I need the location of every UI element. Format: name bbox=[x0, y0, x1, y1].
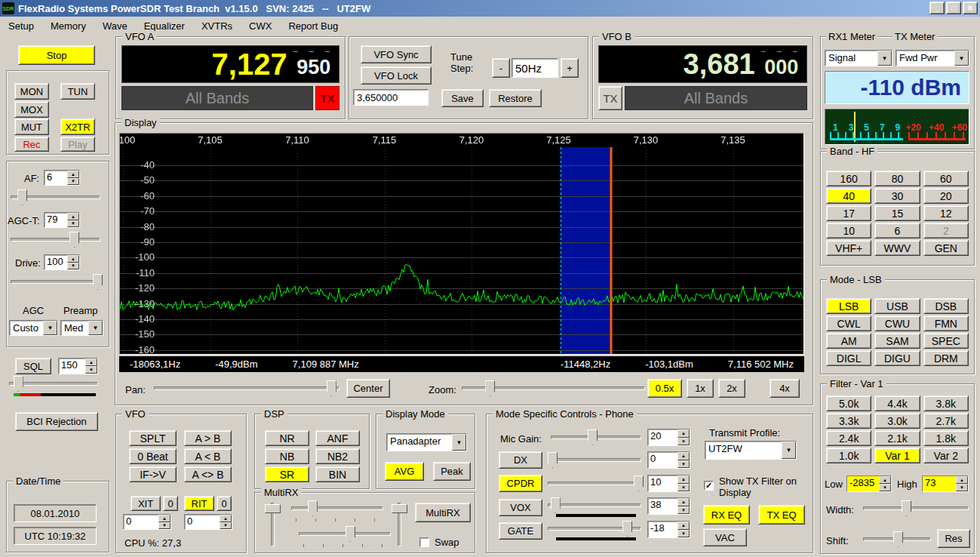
preamp-dropdown[interactable]: Med▼ bbox=[60, 320, 103, 336]
start-stop-button[interactable]: Stop bbox=[18, 45, 95, 65]
vfo-buttons-button-0-beat[interactable]: 0 Beat bbox=[129, 448, 177, 464]
mode-button-digl[interactable]: DIGL bbox=[826, 350, 871, 366]
zoom-4x-button[interactable]: 4x bbox=[770, 379, 800, 398]
cpdr-spinner-value[interactable]: 10 bbox=[648, 475, 677, 491]
band-button-30[interactable]: 30 bbox=[874, 188, 920, 204]
band-button-2[interactable]: 2 bbox=[923, 223, 969, 238]
mode-button-usb[interactable]: USB bbox=[874, 298, 920, 314]
vfo-lock-button[interactable]: VFO Lock bbox=[361, 66, 432, 85]
zoom-1x-button[interactable]: 1x bbox=[687, 379, 714, 398]
agc-dropdown[interactable]: Custo▼ bbox=[9, 320, 58, 336]
filter-low-spinner-up-icon[interactable]: ▲ bbox=[879, 476, 891, 484]
mode-button-cwl[interactable]: CWL bbox=[826, 315, 871, 331]
multirx-button[interactable]: MultiRX bbox=[415, 503, 471, 522]
mode-button-fmn[interactable]: FMN bbox=[923, 315, 969, 331]
display-mode-dropdown[interactable]: Panadapter▼ bbox=[386, 433, 467, 451]
rit-value-spinner-value[interactable]: 0 bbox=[185, 515, 220, 529]
xit-value-spinner-up-icon[interactable]: ▲ bbox=[158, 515, 171, 522]
transmit-profile-dropdown-arrow-icon[interactable]: ▼ bbox=[782, 442, 796, 459]
tun-button[interactable]: TUN bbox=[60, 83, 95, 100]
agct-spinner-down-icon[interactable]: ▼ bbox=[67, 220, 79, 228]
bci-rejection-button[interactable]: BCI Rejection bbox=[15, 412, 98, 431]
menu-item-setup[interactable]: Setup bbox=[0, 17, 42, 36]
cpdr-slider[interactable] bbox=[548, 475, 641, 491]
gate-spinner-down-icon[interactable]: ▼ bbox=[677, 530, 690, 538]
vox-spinner-up-icon[interactable]: ▲ bbox=[677, 498, 690, 506]
gate-spinner-up-icon[interactable]: ▲ bbox=[677, 522, 690, 530]
vox-spinner-value[interactable]: 38 bbox=[648, 498, 677, 514]
dx-spinner-up-icon[interactable]: ▲ bbox=[677, 452, 690, 460]
rit-value-spinner-down-icon[interactable]: ▼ bbox=[220, 522, 232, 530]
mox-button[interactable]: MOX bbox=[14, 101, 49, 118]
vfo-b-tx-button[interactable]: TX bbox=[598, 86, 622, 110]
mode-button-digu[interactable]: DIGU bbox=[874, 350, 920, 366]
menu-item-xvtrs[interactable]: XVTRs bbox=[193, 17, 241, 36]
cpdr-spinner-up-icon[interactable]: ▲ bbox=[677, 475, 690, 484]
mic-gain-spinner-up-icon[interactable]: ▲ bbox=[677, 429, 690, 438]
mic-gain-spinner[interactable]: 20▲▼ bbox=[647, 429, 690, 446]
af-spinner-up-icon[interactable]: ▲ bbox=[67, 171, 79, 178]
peak-button[interactable]: Peak bbox=[433, 462, 471, 481]
agct-slider[interactable] bbox=[11, 231, 100, 248]
rx-meter-mode-dropdown[interactable]: Signal▼ bbox=[825, 50, 892, 66]
avg-button[interactable]: AVG bbox=[385, 462, 424, 481]
dx-spinner[interactable]: 0▲▼ bbox=[647, 451, 690, 469]
filter-button-4-4k[interactable]: 4.4k bbox=[874, 395, 920, 411]
sql-slider[interactable] bbox=[9, 375, 98, 392]
drive-spinner-up-icon[interactable]: ▲ bbox=[67, 255, 79, 263]
x2tr-button[interactable]: X2TR bbox=[60, 118, 95, 135]
title-bar[interactable]: SDR FlexRadio Systems PowerSDR Test Bran… bbox=[0, 0, 980, 17]
af-spinner-value[interactable]: 6 bbox=[45, 171, 67, 185]
cpdr-button[interactable]: CPDR bbox=[499, 475, 542, 492]
rit-value-spinner[interactable]: 0▲▼ bbox=[184, 514, 232, 530]
dx-spinner-value[interactable]: 0 bbox=[648, 452, 677, 468]
multirx-right-vslider[interactable] bbox=[391, 503, 407, 546]
dsp-button-anf[interactable]: ANF bbox=[315, 430, 360, 446]
preamp-dropdown-arrow-icon[interactable]: ▼ bbox=[88, 321, 103, 335]
filter-reset-button[interactable]: Res bbox=[937, 529, 970, 548]
mode-button-drm[interactable]: DRM bbox=[923, 350, 969, 366]
save-button[interactable]: Save bbox=[441, 89, 484, 107]
tx-meter-mode-dropdown-arrow-icon[interactable]: ▼ bbox=[954, 51, 969, 66]
filter-button-var-1[interactable]: Var 1 bbox=[874, 448, 920, 463]
band-button-15[interactable]: 15 bbox=[874, 205, 920, 221]
zoom-0-5x-button[interactable]: 0.5x bbox=[647, 379, 682, 398]
filter-low-spinner-value[interactable]: -2835 bbox=[847, 476, 879, 491]
mode-button-sam[interactable]: SAM bbox=[874, 333, 920, 349]
cpdr-spinner-down-icon[interactable]: ▼ bbox=[677, 484, 690, 492]
menu-item-cwx[interactable]: CWX bbox=[241, 17, 280, 36]
filter-high-spinner-value[interactable]: 73 bbox=[923, 476, 956, 491]
band-button-40[interactable]: 40 bbox=[826, 188, 871, 204]
vfo-b-small-digits[interactable]: 000 bbox=[764, 57, 798, 78]
filter-button-var-2[interactable]: Var 2 bbox=[923, 448, 969, 463]
tune-step-value[interactable]: 50Hz bbox=[512, 58, 558, 78]
vfo-buttons-button-a-b[interactable]: A < B bbox=[184, 448, 232, 464]
rit-button[interactable]: RIT bbox=[184, 496, 214, 511]
xit-value-spinner[interactable]: 0▲▼ bbox=[123, 514, 171, 530]
vfo-b-main-digits[interactable]: 3,681 bbox=[684, 50, 755, 78]
maximize-button[interactable]: □ bbox=[946, 2, 961, 14]
tx-eq-button[interactable]: TX EQ bbox=[758, 505, 805, 525]
swap-checkbox[interactable] bbox=[419, 537, 429, 547]
close-button[interactable]: ✕ bbox=[963, 2, 978, 14]
mode-button-cwu[interactable]: CWU bbox=[874, 315, 920, 331]
vfo-a-main-digits[interactable]: 7,127 bbox=[212, 49, 287, 79]
cpdr-spinner[interactable]: 10▲▼ bbox=[647, 475, 690, 492]
dx-button[interactable]: DX bbox=[499, 451, 542, 469]
mic-gain-spinner-value[interactable]: 20 bbox=[648, 429, 677, 445]
af-slider[interactable] bbox=[11, 189, 100, 205]
vfo-buttons-button-splt[interactable]: SPLT bbox=[129, 430, 177, 446]
tune-step-down-button[interactable]: - bbox=[492, 58, 510, 78]
vac-button[interactable]: VAC bbox=[703, 528, 747, 546]
vox-spinner[interactable]: 38▲▼ bbox=[647, 497, 690, 515]
band-button-60[interactable]: 60 bbox=[923, 171, 969, 186]
band-button-vhf[interactable]: VHF+ bbox=[826, 240, 871, 256]
multirx-pan-slider[interactable] bbox=[291, 500, 383, 516]
rx-eq-button[interactable]: RX EQ bbox=[703, 505, 750, 525]
band-button-17[interactable]: 17 bbox=[826, 205, 871, 221]
menu-item-memory[interactable]: Memory bbox=[42, 17, 94, 36]
display-mode-dropdown-arrow-icon[interactable]: ▼ bbox=[452, 434, 466, 451]
filter-button-3-0k[interactable]: 3.0k bbox=[874, 413, 920, 429]
center-button[interactable]: Center bbox=[346, 379, 390, 398]
vfo-a-frequency-display[interactable]: 7,127 ¯ ¯ ¯ 950 bbox=[121, 45, 339, 83]
